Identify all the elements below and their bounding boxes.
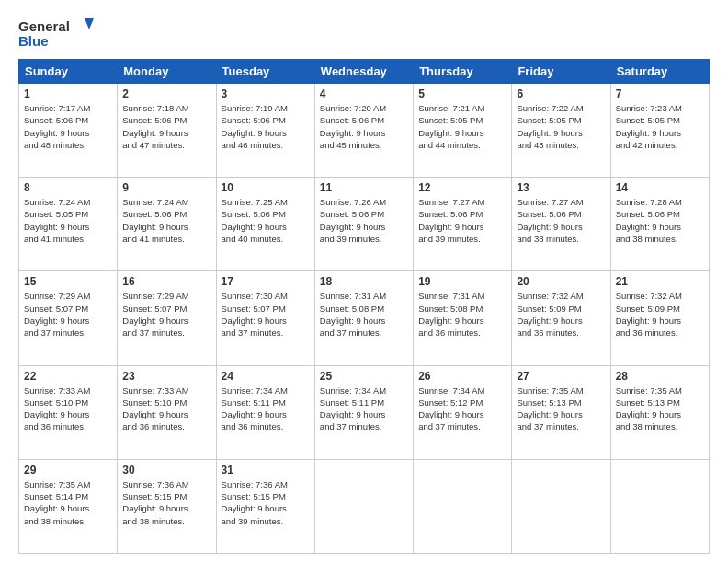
cell-line: Daylight: 9 hours <box>122 221 210 233</box>
cell-content: Sunrise: 7:25 AMSunset: 5:06 PMDaylight:… <box>222 196 310 245</box>
cell-line: Sunrise: 7:22 AM <box>517 102 605 114</box>
cell-line: Sunrise: 7:32 AM <box>517 290 605 302</box>
cell-line: Sunrise: 7:23 AM <box>616 102 704 114</box>
cell-line: Daylight: 9 hours <box>122 315 210 327</box>
cell-line: Sunset: 5:09 PM <box>517 303 605 315</box>
cell-line: Sunrise: 7:25 AM <box>222 196 310 208</box>
day-number: 19 <box>418 275 506 288</box>
cell-line: Sunset: 5:05 PM <box>517 114 605 126</box>
cell-line: Sunset: 5:07 PM <box>24 303 112 315</box>
cell-content: Sunrise: 7:28 AMSunset: 5:06 PMDaylight:… <box>616 196 704 245</box>
day-number: 1 <box>24 87 112 100</box>
cell-line: Sunrise: 7:29 AM <box>122 290 210 302</box>
cell-line: Sunset: 5:06 PM <box>418 208 506 220</box>
calendar-cell: 8Sunrise: 7:24 AMSunset: 5:05 PMDaylight… <box>19 178 118 271</box>
cell-line: and 37 minutes. <box>24 327 112 339</box>
calendar-cell <box>314 459 413 553</box>
cell-content: Sunrise: 7:23 AMSunset: 5:05 PMDaylight:… <box>616 102 704 151</box>
calendar-cell: 27Sunrise: 7:35 AMSunset: 5:13 PMDayligh… <box>512 365 610 459</box>
cell-content: Sunrise: 7:33 AMSunset: 5:10 PMDaylight:… <box>24 385 112 433</box>
cell-content: Sunrise: 7:35 AMSunset: 5:14 PMDaylight:… <box>24 478 112 527</box>
cell-line: Sunset: 5:08 PM <box>320 303 408 315</box>
day-number: 4 <box>320 87 408 100</box>
cell-line: Sunset: 5:07 PM <box>122 303 210 315</box>
day-number: 11 <box>320 181 408 194</box>
cell-line: Sunrise: 7:19 AM <box>222 102 310 114</box>
cell-line: Sunset: 5:06 PM <box>616 208 704 220</box>
cell-line: Daylight: 9 hours <box>122 127 210 139</box>
cell-line: Sunrise: 7:34 AM <box>222 385 310 396</box>
cell-line: and 39 minutes. <box>320 233 408 245</box>
cell-line: and 37 minutes. <box>222 327 310 339</box>
logo-svg: General Blue <box>18 15 101 52</box>
calendar-cell: 31Sunrise: 7:36 AMSunset: 5:15 PMDayligh… <box>216 459 314 553</box>
cell-content: Sunrise: 7:19 AMSunset: 5:06 PMDaylight:… <box>222 102 310 151</box>
cell-line: Daylight: 9 hours <box>517 221 605 233</box>
cell-content: Sunrise: 7:21 AMSunset: 5:05 PMDaylight:… <box>418 102 506 151</box>
day-number: 8 <box>24 181 112 194</box>
cell-content: Sunrise: 7:18 AMSunset: 5:06 PMDaylight:… <box>122 102 210 151</box>
cell-line: Sunset: 5:11 PM <box>222 396 310 408</box>
cell-line: and 36 minutes. <box>24 420 112 432</box>
cell-line: Sunset: 5:05 PM <box>418 114 506 126</box>
day-number: 22 <box>24 370 112 383</box>
day-number: 26 <box>418 370 506 383</box>
cell-line: Sunrise: 7:36 AM <box>222 478 310 490</box>
cell-line: and 37 minutes. <box>122 327 210 339</box>
calendar-week-5: 29Sunrise: 7:35 AMSunset: 5:14 PMDayligh… <box>19 459 710 553</box>
cell-content: Sunrise: 7:32 AMSunset: 5:09 PMDaylight:… <box>616 290 704 339</box>
svg-text:General: General <box>18 18 70 34</box>
cell-line: Daylight: 9 hours <box>222 221 310 233</box>
cell-line: Daylight: 9 hours <box>418 127 506 139</box>
day-number: 17 <box>222 275 310 288</box>
calendar-cell: 14Sunrise: 7:28 AMSunset: 5:06 PMDayligh… <box>610 178 709 271</box>
cell-content: Sunrise: 7:27 AMSunset: 5:06 PMDaylight:… <box>517 196 605 245</box>
cell-line: Daylight: 9 hours <box>320 315 408 327</box>
cell-line: Sunrise: 7:33 AM <box>122 385 210 396</box>
cell-line: Daylight: 9 hours <box>517 408 605 420</box>
cell-line: Sunrise: 7:20 AM <box>320 102 408 114</box>
cell-line: Sunset: 5:06 PM <box>24 114 112 126</box>
calendar-cell: 21Sunrise: 7:32 AMSunset: 5:09 PMDayligh… <box>610 271 709 365</box>
day-number: 24 <box>222 370 310 383</box>
header: General Blue <box>18 15 710 52</box>
cell-line: Sunrise: 7:31 AM <box>418 290 506 302</box>
cell-line: Sunrise: 7:24 AM <box>24 196 112 208</box>
calendar-cell: 1Sunrise: 7:17 AMSunset: 5:06 PMDaylight… <box>19 84 118 178</box>
cell-content: Sunrise: 7:35 AMSunset: 5:13 PMDaylight:… <box>616 385 704 433</box>
cell-line: and 36 minutes. <box>122 420 210 432</box>
cell-line: Sunrise: 7:33 AM <box>24 385 112 396</box>
cell-line: Sunrise: 7:34 AM <box>320 385 408 396</box>
cell-line: Sunrise: 7:32 AM <box>616 290 704 302</box>
cell-line: Daylight: 9 hours <box>222 315 310 327</box>
calendar-cell: 5Sunrise: 7:21 AMSunset: 5:05 PMDaylight… <box>414 84 512 178</box>
cell-line: Sunrise: 7:34 AM <box>418 385 506 396</box>
cell-line: Sunset: 5:15 PM <box>122 490 210 502</box>
calendar-cell: 17Sunrise: 7:30 AMSunset: 5:07 PMDayligh… <box>216 271 314 365</box>
day-number: 12 <box>418 181 506 194</box>
calendar-cell <box>414 459 512 553</box>
cell-line: Daylight: 9 hours <box>517 127 605 139</box>
cell-line: Sunset: 5:06 PM <box>122 208 210 220</box>
calendar-header-monday: Monday <box>118 60 216 84</box>
cell-line: Daylight: 9 hours <box>24 127 112 139</box>
calendar-week-4: 22Sunrise: 7:33 AMSunset: 5:10 PMDayligh… <box>19 365 710 459</box>
cell-line: and 40 minutes. <box>222 233 310 245</box>
cell-line: Daylight: 9 hours <box>24 408 112 420</box>
cell-line: Sunset: 5:11 PM <box>320 396 408 408</box>
cell-line: Sunrise: 7:28 AM <box>616 196 704 208</box>
calendar-week-2: 8Sunrise: 7:24 AMSunset: 5:05 PMDaylight… <box>19 178 710 271</box>
cell-line: Daylight: 9 hours <box>122 502 210 514</box>
cell-line: and 36 minutes. <box>418 327 506 339</box>
day-number: 13 <box>517 181 605 194</box>
cell-line: and 41 minutes. <box>122 233 210 245</box>
cell-line: and 38 minutes. <box>24 515 112 527</box>
cell-line: Sunrise: 7:24 AM <box>122 196 210 208</box>
cell-content: Sunrise: 7:31 AMSunset: 5:08 PMDaylight:… <box>418 290 506 339</box>
calendar-cell: 20Sunrise: 7:32 AMSunset: 5:09 PMDayligh… <box>512 271 610 365</box>
day-number: 10 <box>222 181 310 194</box>
day-number: 31 <box>222 464 310 477</box>
cell-line: Sunrise: 7:18 AM <box>122 102 210 114</box>
cell-line: and 38 minutes. <box>122 515 210 527</box>
cell-line: Daylight: 9 hours <box>616 221 704 233</box>
